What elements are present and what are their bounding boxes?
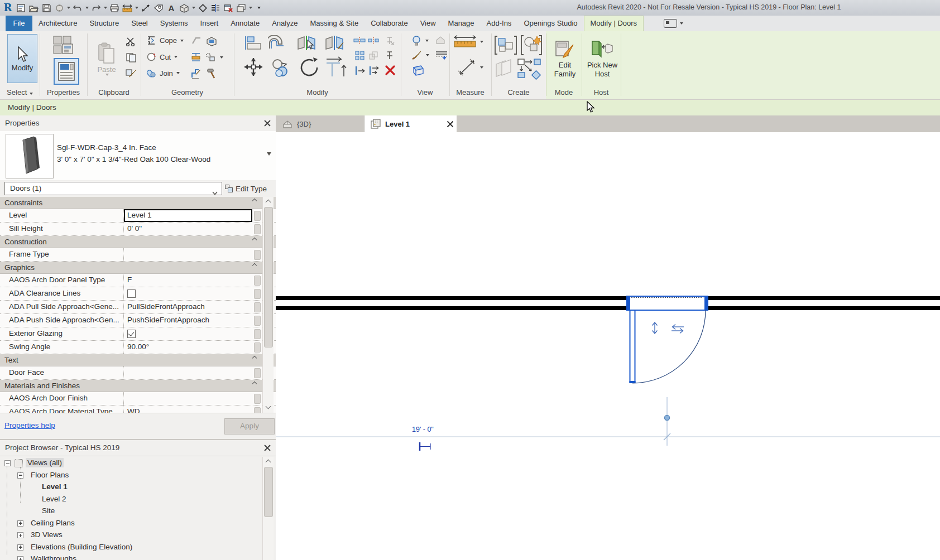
- match-type-icon[interactable]: [124, 68, 138, 79]
- edit-family-button[interactable]: Edit Family: [550, 34, 579, 83]
- panel-label-select[interactable]: Select: [0, 87, 40, 98]
- drag-control-dot[interactable]: [665, 416, 670, 421]
- beam-dimension-icon[interactable]: [190, 52, 203, 63]
- properties-close-icon[interactable]: [263, 119, 271, 127]
- tab-annotate[interactable]: Annotate: [224, 16, 266, 31]
- apply-button[interactable]: Apply: [224, 418, 275, 435]
- customize-qat-icon[interactable]: [257, 7, 261, 9]
- tab-structure[interactable]: Structure: [83, 16, 125, 31]
- ada-push-side-value[interactable]: PushSideFrontApproach: [124, 314, 252, 327]
- cut-to-clipboard-icon[interactable]: [124, 36, 138, 46]
- scrollbar-thumb[interactable]: [264, 467, 273, 517]
- property-row-ada-pull-side[interactable]: ADA Pull Side Approach<Gene...PullSideFr…: [0, 301, 276, 314]
- tab-systems[interactable]: Systems: [154, 16, 194, 31]
- tab-view[interactable]: View: [414, 16, 442, 31]
- project-browser-close-icon[interactable]: [263, 444, 271, 452]
- paste-button[interactable]: Paste: [94, 34, 119, 83]
- ribbon-display-toggle[interactable]: [664, 16, 683, 31]
- override-lines-icon[interactable]: [434, 49, 449, 60]
- paint-icon[interactable]: [190, 67, 203, 79]
- property-row-door-material-type[interactable]: AAOS Arch Door Material TypeWD: [0, 405, 276, 413]
- tree-item-elevations[interactable]: Elevations (Building Elevation): [0, 541, 262, 553]
- redo-icon[interactable]: [90, 2, 102, 13]
- thin-lines-icon[interactable]: [210, 2, 221, 13]
- collapse-icon[interactable]: [252, 381, 257, 385]
- mirror-pick-axis-icon[interactable]: [295, 34, 318, 52]
- collapse-icon[interactable]: [252, 355, 257, 360]
- print-icon[interactable]: [109, 2, 120, 13]
- door-face-value[interactable]: [124, 366, 252, 379]
- tab-modify-doors[interactable]: Modify | Doors: [584, 16, 644, 31]
- isolate-house-icon[interactable]: [434, 35, 447, 45]
- demolish-hammer-icon[interactable]: [205, 67, 218, 79]
- sill-height-value[interactable]: 0' 0": [124, 223, 252, 235]
- close-view-tab-icon[interactable]: [447, 120, 454, 128]
- expand-plus-icon[interactable]: [17, 532, 23, 538]
- edit-type-button[interactable]: Edit Type: [225, 182, 267, 195]
- tab-steel[interactable]: Steel: [125, 16, 154, 31]
- undo-dropdown-icon[interactable]: [85, 7, 89, 9]
- align-icon[interactable]: [242, 35, 264, 51]
- rotate-icon[interactable]: [298, 56, 322, 79]
- measure-between-refs-button[interactable]: [453, 35, 483, 49]
- property-row-ada-clearance[interactable]: ADA Clearance Lines: [0, 287, 276, 301]
- tab-analyze[interactable]: Analyze: [266, 16, 304, 31]
- swing-angle-value[interactable]: 90.00°: [124, 341, 252, 354]
- scale-icon[interactable]: [368, 50, 379, 60]
- scroll-up-icon[interactable]: [265, 458, 271, 465]
- collapse-icon[interactable]: [252, 263, 257, 267]
- array-icon[interactable]: [354, 50, 366, 60]
- project-browser-scrollbar[interactable]: [262, 457, 274, 560]
- temporary-dimension-value[interactable]: 19' - 0": [412, 426, 434, 433]
- section-header-materials[interactable]: Materials and Finishes: [0, 380, 276, 392]
- sync-with-central-icon[interactable]: [54, 2, 65, 13]
- property-row-door-face[interactable]: Door Face: [0, 366, 276, 380]
- modify-button[interactable]: Modify: [7, 34, 37, 83]
- door-centerline[interactable]: [664, 397, 670, 446]
- tree-item-views-all[interactable]: Views (all): [0, 457, 262, 469]
- properties-panel-header[interactable]: Properties: [0, 115, 276, 132]
- tree-item-walkthroughs[interactable]: Walkthroughs: [0, 553, 262, 560]
- panel-label-host[interactable]: Host: [582, 87, 621, 98]
- section-header-graphics[interactable]: Graphics: [0, 262, 276, 274]
- collapse-minus-icon[interactable]: [17, 472, 23, 479]
- panel-label-view[interactable]: View: [401, 87, 449, 98]
- measure-ruler-icon[interactable]: [122, 2, 133, 13]
- collapse-minus-icon[interactable]: [4, 460, 11, 466]
- steel-connection-box-icon[interactable]: [409, 64, 425, 77]
- tab-collaborate[interactable]: Collaborate: [365, 16, 414, 31]
- ada-clearance-checkbox[interactable]: [127, 289, 136, 298]
- door-material-type-value[interactable]: WD: [124, 405, 252, 413]
- section-icon[interactable]: [197, 2, 208, 13]
- measure-dropdown-icon[interactable]: [135, 7, 138, 9]
- tree-item-level-2[interactable]: Level 2: [0, 493, 262, 505]
- panel-label-measure[interactable]: Measure: [449, 87, 491, 98]
- unpin-icon[interactable]: [383, 35, 396, 45]
- expand-plus-icon[interactable]: [17, 520, 23, 527]
- property-row-swing-angle[interactable]: Swing Angle90.00°: [0, 341, 276, 354]
- section-header-text[interactable]: Text: [0, 354, 276, 366]
- expand-plus-icon[interactable]: [17, 544, 23, 551]
- property-row-level[interactable]: LevelLevel 1: [0, 209, 276, 223]
- tab-file[interactable]: File: [6, 16, 32, 31]
- trim-extend-single-icon[interactable]: [353, 65, 366, 76]
- create-similar-icon[interactable]: [516, 57, 543, 80]
- move-icon[interactable]: [242, 56, 265, 78]
- door-panel-type-value[interactable]: F: [124, 274, 252, 287]
- properties-palette-button[interactable]: [54, 58, 79, 85]
- measure-aligned-icon[interactable]: [140, 2, 151, 13]
- view-tab-3d[interactable]: {3D}: [276, 115, 365, 132]
- door-opening[interactable]: [627, 296, 708, 310]
- property-row-ada-push-side[interactable]: ADA Push Side Approach<Gen...PushSideFro…: [0, 314, 276, 327]
- displace-elements-icon[interactable]: [204, 52, 223, 63]
- tab-add-ins[interactable]: Add-Ins: [481, 16, 518, 31]
- sync-dropdown-icon[interactable]: [67, 7, 70, 9]
- property-row-exterior-glazing[interactable]: Exterior Glazing: [0, 327, 276, 341]
- tab-manage[interactable]: Manage: [442, 16, 481, 31]
- collapse-icon[interactable]: [252, 237, 257, 242]
- section-header-construction[interactable]: Construction: [0, 236, 276, 248]
- reveal-hidden-elements-button[interactable]: [411, 35, 429, 46]
- revit-logo-icon[interactable]: R: [2, 2, 13, 13]
- undo-icon[interactable]: [72, 2, 83, 13]
- copy-icon[interactable]: [269, 57, 291, 78]
